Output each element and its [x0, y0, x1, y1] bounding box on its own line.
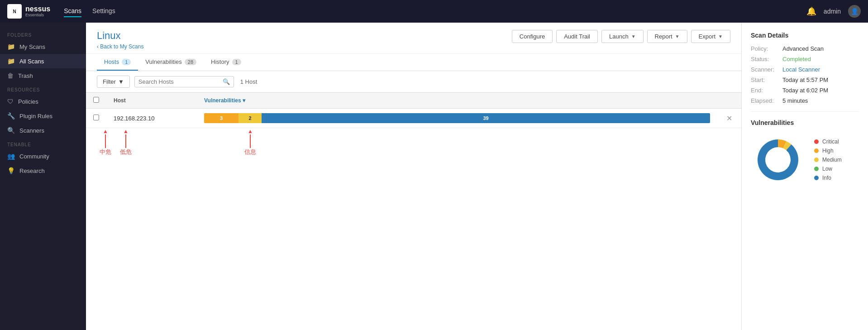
page-title: Linux: [97, 30, 143, 42]
notification-bell-icon[interactable]: 🔔: [806, 6, 816, 16]
main-content: Linux Back to My Scans Configure Audit T…: [86, 23, 741, 330]
nav-items: Scans Settings: [64, 5, 115, 17]
detail-label: Elapsed:: [751, 97, 782, 104]
select-all-checkbox[interactable]: [93, 97, 99, 103]
sidebar-item-trash[interactable]: 🗑 Trash: [0, 68, 86, 83]
sidebar-item-plugin-rules[interactable]: 🔧 Plugin Rules: [0, 109, 86, 123]
report-dropdown-icon: ▼: [675, 34, 680, 39]
sidebar-item-research[interactable]: 💡 Research: [0, 163, 86, 178]
scanners-icon: 🔍: [7, 127, 15, 134]
delete-row-button[interactable]: ✕: [725, 115, 734, 122]
app-body: FOLDERS 📁 My Scans 📁 All Scans 🗑 Trash R…: [0, 23, 868, 330]
legend-dot-icon: [814, 176, 819, 180]
filter-dropdown-icon: ▼: [118, 78, 124, 85]
th-checkbox: [86, 93, 106, 109]
detail-value[interactable]: Local Scanner: [782, 66, 820, 73]
search-hosts-input[interactable]: [138, 78, 223, 85]
filter-row: Filter ▼ 🔍 1 Host: [86, 71, 741, 92]
nav-scans[interactable]: Scans: [64, 5, 81, 17]
report-button[interactable]: Report ▼: [647, 30, 687, 43]
folder-icon-2: 📁: [7, 57, 15, 65]
sidebar-community-label: Community: [19, 153, 49, 160]
breadcrumb[interactable]: Back to My Scans: [97, 43, 143, 50]
th-vulnerabilities[interactable]: Vulnerabilities ▾: [197, 93, 717, 109]
tabs-bar: Hosts 1 Vulnerabilities 28 History 1: [86, 54, 741, 71]
avatar[interactable]: 👤: [848, 5, 861, 18]
legend-dot-icon: [814, 158, 819, 162]
annotation-低危: ▲低危: [120, 128, 132, 156]
legend-label: High: [822, 148, 834, 154]
legend-label: Low: [822, 166, 832, 172]
export-dropdown-icon: ▼: [718, 34, 723, 39]
nav-settings[interactable]: Settings: [92, 5, 115, 17]
sidebar-item-all-scans[interactable]: 📁 All Scans: [0, 54, 86, 68]
folder-icon: 📁: [7, 43, 15, 50]
trash-icon: 🗑: [7, 72, 14, 79]
detail-row: Status:Completed: [751, 56, 859, 62]
legend-label: Medium: [822, 157, 842, 163]
detail-row: Policy:Advanced Scan: [751, 45, 859, 52]
page-title-area: Linux Back to My Scans: [97, 30, 143, 50]
arrow-line: [250, 134, 251, 148]
sidebar-plugin-rules-label: Plugin Rules: [19, 113, 52, 120]
header-actions: Configure Audit Trail Launch ▼ Report ▼ …: [512, 30, 730, 43]
legend-item: Critical: [814, 139, 842, 145]
arrow-up-icon: ▲: [123, 128, 129, 134]
detail-label: Start:: [751, 77, 782, 83]
donut-section: CriticalHighMediumLowInfo: [751, 133, 859, 187]
launch-dropdown-icon: ▼: [631, 34, 636, 39]
audit-trail-button[interactable]: Audit Trail: [556, 30, 598, 43]
legend-item: High: [814, 148, 842, 154]
detail-row: Start:Today at 5:57 PM: [751, 77, 859, 83]
legend-item: Medium: [814, 157, 842, 163]
row-checkbox[interactable]: [93, 115, 99, 120]
detail-row: End:Today at 6:02 PM: [751, 87, 859, 94]
donut-svg: [751, 133, 805, 187]
arrow-line: [125, 134, 126, 148]
detail-label: Scanner:: [751, 66, 782, 73]
research-icon: 💡: [7, 167, 15, 174]
logo: N nessus Essentials: [7, 4, 50, 19]
legend: CriticalHighMediumLowInfo: [814, 139, 842, 181]
detail-value: Advanced Scan: [782, 45, 824, 52]
top-nav: N nessus Essentials Scans Settings 🔔 adm…: [0, 0, 868, 23]
sidebar-item-community[interactable]: 👥 Community: [0, 149, 86, 163]
tab-hosts[interactable]: Hosts 1: [97, 54, 138, 71]
tab-history[interactable]: History 1: [204, 54, 248, 71]
tab-vulnerabilities[interactable]: Vulnerabilities 28: [138, 54, 204, 71]
sidebar-my-scans-label: My Scans: [19, 43, 45, 50]
legend-item: Info: [814, 175, 842, 181]
page-header: Linux Back to My Scans Configure Audit T…: [86, 23, 741, 54]
community-icon: 👥: [7, 153, 15, 160]
legend-dot-icon: [814, 139, 819, 144]
top-nav-right: 🔔 admin 👤: [806, 5, 861, 18]
sidebar-item-policies[interactable]: 🛡 Policies: [0, 94, 86, 109]
search-icon: 🔍: [223, 78, 230, 85]
detail-label: End:: [751, 87, 782, 94]
legend-dot-icon: [814, 167, 819, 171]
detail-row: Elapsed:5 minutes: [751, 97, 859, 104]
detail-label: Policy:: [751, 45, 782, 52]
sidebar-research-label: Research: [19, 167, 45, 174]
annotation-中危: ▲中危: [100, 128, 111, 156]
sidebar-policies-label: Policies: [18, 98, 38, 105]
sidebar-scanners-label: Scanners: [19, 127, 44, 134]
detail-value: Today at 5:57 PM: [782, 77, 828, 83]
tab-vulnerabilities-label: Vulnerabilities: [145, 58, 181, 65]
th-actions: [717, 93, 741, 109]
tab-history-label: History: [211, 58, 229, 65]
brand-name: nessus: [25, 5, 50, 13]
annotation-label: 信息: [244, 148, 256, 156]
filter-button[interactable]: Filter ▼: [97, 76, 130, 88]
detail-value: Completed: [782, 56, 811, 62]
logo-icon: N: [7, 4, 22, 19]
table-row: 192.168.223.10 3239 ✕: [86, 109, 741, 128]
shield-icon: 🛡: [7, 98, 14, 105]
launch-button[interactable]: Launch ▼: [601, 30, 644, 43]
annotation-label: 低危: [120, 148, 132, 156]
sidebar-item-scanners[interactable]: 🔍 Scanners: [0, 123, 86, 138]
export-button[interactable]: Export ▼: [691, 30, 730, 43]
configure-button[interactable]: Configure: [512, 30, 553, 43]
arrow-up-icon: ▲: [248, 128, 253, 134]
sidebar-item-my-scans[interactable]: 📁 My Scans: [0, 39, 86, 54]
